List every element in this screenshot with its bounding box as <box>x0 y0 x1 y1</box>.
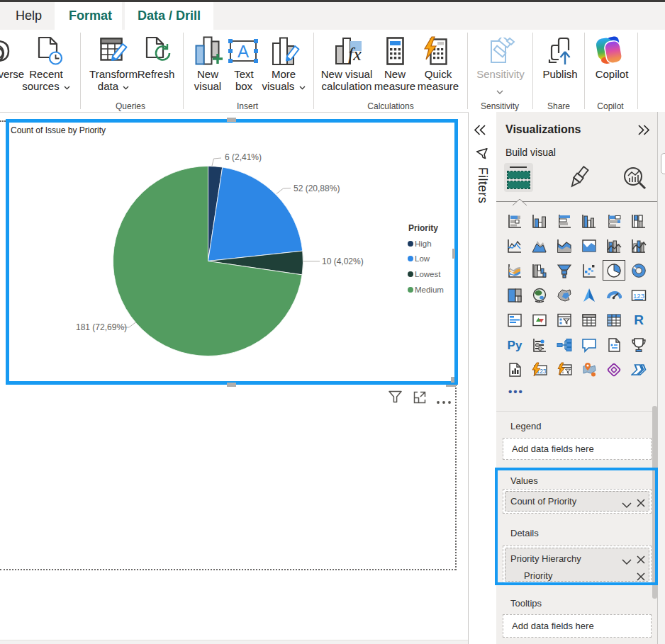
svg-text:Py: Py <box>508 339 522 352</box>
svg-text:A: A <box>238 42 249 61</box>
svg-text:123: 123 <box>633 292 644 300</box>
svg-text:R: R <box>634 312 644 327</box>
svg-text:fx: fx <box>348 44 362 64</box>
